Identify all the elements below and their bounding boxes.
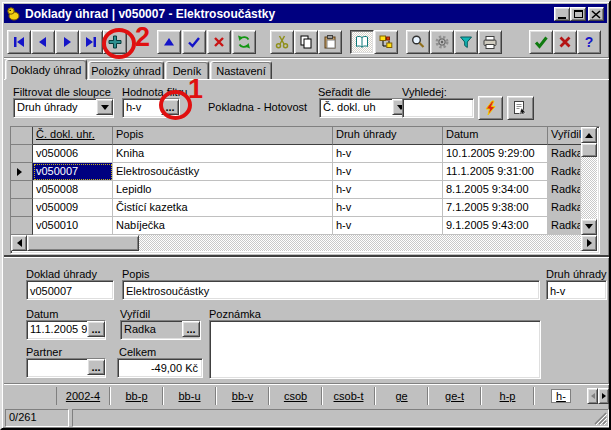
grid-cell[interactable]: 9.1.2005 9:43:00 xyxy=(443,217,548,235)
table-row[interactable]: v050010 Nabíječka h-v 9.1.2005 9:43:00 R… xyxy=(11,217,581,235)
partner-ellipsis-button[interactable]: ... xyxy=(87,359,105,375)
scroll-left-button[interactable] xyxy=(11,235,27,251)
copy-button[interactable] xyxy=(294,30,318,54)
cut-button[interactable] xyxy=(270,30,294,54)
bottom-tab-item[interactable]: csob-t xyxy=(322,387,375,405)
grid-cell[interactable]: 8.1.2005 9:34:00 xyxy=(443,181,548,199)
bottom-tab-item[interactable]: h-p xyxy=(481,387,534,405)
grid-cell[interactable]: Elektrosoučástky xyxy=(113,163,333,181)
tab-polozky-uhrad[interactable]: Položky úhrad xyxy=(88,61,164,80)
bottom-tab-item[interactable]: bb-v xyxy=(216,387,269,405)
grid-cell[interactable]: Nabíječka xyxy=(113,217,333,235)
table-row-selected[interactable]: v050007 Elektrosoučástky h-v 11.1.2005 9… xyxy=(11,163,581,181)
vertical-scrollbar[interactable] xyxy=(581,127,597,235)
next-record-button[interactable] xyxy=(55,30,79,54)
minimize-button[interactable] xyxy=(554,7,570,21)
settings-button[interactable] xyxy=(430,30,454,54)
sort-combobox[interactable]: Č. dokl. uh xyxy=(319,98,410,118)
grid-cell-selected[interactable]: v050007 xyxy=(33,163,113,181)
grid-cell[interactable]: v050008 xyxy=(33,181,113,199)
search-button[interactable] xyxy=(406,30,430,54)
first-record-button[interactable] xyxy=(7,30,31,54)
tab-scroll-right-button[interactable] xyxy=(598,388,609,404)
grid-cell[interactable]: h-v xyxy=(333,217,443,235)
post-record-button[interactable] xyxy=(182,30,206,54)
horizontal-scrollbar[interactable] xyxy=(11,235,597,251)
horizontal-scroll-thumb[interactable] xyxy=(27,235,139,251)
grid-cell[interactable]: Lepidlo xyxy=(113,181,333,199)
popis-field[interactable]: Elektrosoučástky xyxy=(122,280,540,300)
partner-field[interactable]: ... xyxy=(26,358,106,378)
print-button[interactable] xyxy=(478,30,502,54)
resize-grip[interactable] xyxy=(594,412,607,425)
filter-column-combobox[interactable]: Druh úhrady xyxy=(13,98,114,118)
quick-search-button[interactable] xyxy=(478,96,503,120)
scroll-up-button[interactable] xyxy=(581,127,597,143)
edit-record-button[interactable] xyxy=(157,30,181,54)
grid-cell[interactable]: v050006 xyxy=(33,145,113,163)
grid-cell[interactable]: Radka xyxy=(548,199,581,217)
doklad-field[interactable]: v050007 xyxy=(26,280,114,300)
column-header-cislo[interactable]: Č. dokl. uhr. xyxy=(33,127,113,145)
bottom-tab-item-active[interactable]: h- xyxy=(534,387,587,405)
vyridil-ellipsis-button[interactable]: ... xyxy=(182,321,200,337)
column-header-datum[interactable]: Datum xyxy=(443,127,548,145)
grid-cell[interactable]: h-v xyxy=(333,181,443,199)
grid-cell[interactable]: Radka xyxy=(548,181,581,199)
grid-cell[interactable]: Radka xyxy=(548,145,581,163)
search-input[interactable] xyxy=(402,98,474,118)
column-header-popis[interactable]: Popis xyxy=(113,127,333,145)
bottom-tab-item[interactable]: bb-p xyxy=(110,387,163,405)
vertical-scroll-thumb[interactable] xyxy=(581,143,597,157)
grid-cell[interactable]: h-v xyxy=(333,145,443,163)
grid-cell[interactable]: 11.1.2005 9:31:00 xyxy=(443,163,548,181)
scroll-right-button[interactable] xyxy=(581,235,597,251)
tab-scroll-left-button[interactable] xyxy=(587,388,598,404)
datum-ellipsis-button[interactable]: ... xyxy=(87,321,105,337)
bottom-tab-item[interactable]: ge xyxy=(375,387,428,405)
help-button[interactable]: ? xyxy=(577,30,601,54)
grid-cell[interactable]: h-v xyxy=(333,163,443,181)
tree-view-button[interactable] xyxy=(374,30,398,54)
column-header-druh[interactable]: Druh úhrady xyxy=(333,127,443,145)
grid-cell[interactable]: v050010 xyxy=(33,217,113,235)
tab-doklady-uhrad[interactable]: Doklady úhrad xyxy=(5,59,87,80)
grid-cell[interactable]: 10.1.2005 9:29:00 xyxy=(443,145,548,163)
grid-cell[interactable]: Čistící kazetka xyxy=(113,199,333,217)
celkem-field[interactable]: -49,00 Kč xyxy=(117,358,203,378)
column-header-vyridil[interactable]: Vyřídil xyxy=(548,127,581,145)
bottom-tab-item[interactable]: 2002-4 xyxy=(57,387,110,405)
druh-uhrady-field[interactable]: h-v xyxy=(546,280,607,300)
close-form-button[interactable] xyxy=(553,30,577,54)
bottom-tab-item[interactable]: ge-t xyxy=(428,387,481,405)
maximize-button[interactable] xyxy=(570,7,586,21)
grid-cell[interactable]: 7.1.2005 9:38:00 xyxy=(443,199,548,217)
bottom-tab-item[interactable]: csob xyxy=(269,387,322,405)
datum-field[interactable]: 11.1.2005 9: ... xyxy=(26,320,106,340)
vyridil-field[interactable]: Radka ... xyxy=(120,320,201,340)
grid-cell[interactable]: Radka xyxy=(548,163,581,181)
last-record-button[interactable] xyxy=(79,30,103,54)
bottom-tab-item[interactable]: bb-u xyxy=(163,387,216,405)
grid-cell[interactable]: v050009 xyxy=(33,199,113,217)
filter-button[interactable] xyxy=(454,30,478,54)
table-row[interactable]: v050008 Lepidlo h-v 8.1.2005 9:34:00 Rad… xyxy=(11,181,581,199)
grid-cell[interactable]: h-v xyxy=(333,199,443,217)
paste-button[interactable] xyxy=(318,30,342,54)
advanced-search-button[interactable] xyxy=(507,96,534,120)
table-row[interactable]: v050009 Čistící kazetka h-v 7.1.2005 9:3… xyxy=(11,199,581,217)
table-row[interactable]: v050006 Kniha h-v 10.1.2005 9:29:00 Radk… xyxy=(11,145,581,163)
grid-cell[interactable]: Radka xyxy=(548,217,581,235)
ok-button[interactable] xyxy=(529,30,553,54)
refresh-button[interactable] xyxy=(232,30,256,54)
poznamka-textarea[interactable] xyxy=(209,320,541,379)
close-button[interactable] xyxy=(588,7,604,21)
prior-record-button[interactable] xyxy=(31,30,55,54)
detail-view-button[interactable] xyxy=(350,30,374,54)
title-bar[interactable]: Doklady úhrad | v050007 - Elektrosoučást… xyxy=(4,4,607,23)
cancel-record-button[interactable] xyxy=(207,30,231,54)
chevron-down-icon[interactable] xyxy=(96,99,113,115)
tab-nastaveni[interactable]: Nastavení xyxy=(210,61,272,80)
grid-cell[interactable]: Kniha xyxy=(113,145,333,163)
scroll-down-button[interactable] xyxy=(581,219,597,235)
